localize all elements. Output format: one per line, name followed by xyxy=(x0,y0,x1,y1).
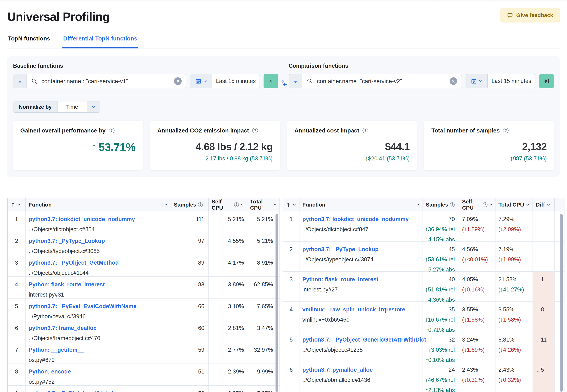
comparison-query-input[interactable]: container.name :"cart-service-v2" xyxy=(302,74,462,88)
chevron-down-icon[interactable] xyxy=(205,203,206,206)
function-link[interactable]: python3.7: frame_dealloc xyxy=(29,325,168,331)
self-cpu-value: 4.56% xyxy=(462,246,495,252)
baseline-apply-button[interactable] xyxy=(263,74,278,88)
chevron-down-icon[interactable] xyxy=(17,203,21,206)
tab-differential-topn-functions[interactable]: Differential TopN functions xyxy=(62,34,138,48)
table-row[interactable]: 5 python3.7: _PyObject_GenericGetAttrWit… xyxy=(283,332,564,362)
sort-column-header[interactable] xyxy=(8,198,26,211)
table-row[interactable]: 1 python3.7: lookdict_unicode_nodummy ..… xyxy=(283,211,564,241)
swap-queries-button[interactable] xyxy=(278,63,289,88)
self-cpu-value: 2.77% xyxy=(209,342,247,364)
table-row[interactable]: 2 python3.7: _PyType_Lookup ../Objects/t… xyxy=(283,241,564,272)
samples-rel-change: ↑16.67% rel xyxy=(423,317,455,323)
baseline-time-range[interactable]: Last 15 minutes xyxy=(212,74,260,88)
help-icon[interactable]: ? xyxy=(252,128,258,133)
chevron-down-icon[interactable] xyxy=(274,203,277,206)
column-header-function[interactable]: Function xyxy=(300,198,423,211)
function-link[interactable]: Python: flask_route_interest xyxy=(29,281,168,288)
table-row[interactable]: 6 python3.7: frame_dealloc ../Objects/fr… xyxy=(8,320,279,342)
column-header-self-cpu[interactable]: Self CPU ? xyxy=(209,198,247,211)
normalize-by-dropdown-button[interactable] xyxy=(87,101,100,112)
chevron-down-icon[interactable] xyxy=(416,203,420,206)
function-link[interactable]: python3.7: _PyObject_GetMethod xyxy=(29,260,168,266)
help-icon[interactable]: ? xyxy=(362,128,368,133)
function-link[interactable]: Python: flask_route_interest xyxy=(302,276,420,282)
function-link[interactable]: python3.7: lookdict_unicode_nodummy xyxy=(302,216,420,222)
baseline-query-input[interactable]: container.name : "cart-service-v1" xyxy=(27,74,186,88)
table-row[interactable]: 5 python3.7: _PyEval_EvalCodeWithName ..… xyxy=(8,298,279,320)
row-rank: 1 xyxy=(283,211,300,243)
column-header-total-cpu[interactable]: Total CPU xyxy=(247,198,279,211)
samples-cell: 32 ↑3.03% rel ↑0.10% abs xyxy=(423,332,459,363)
column-header-diff[interactable]: Diff xyxy=(533,198,555,211)
table-row[interactable]: 4 vmlinux: _raw_spin_unlock_irqrestore v… xyxy=(283,302,564,332)
table-row[interactable]: 3 python3.7: _PyObject_GetMethod ../Obje… xyxy=(8,255,279,277)
help-icon[interactable]: ? xyxy=(450,202,455,207)
column-header-samples[interactable]: Samples ? xyxy=(171,198,209,211)
function-link[interactable]: Python: encode xyxy=(29,369,168,375)
function-link[interactable]: python3.7: lookdict_unicode_nodummy xyxy=(29,216,168,222)
metric-value: ↑53.71% xyxy=(91,141,136,154)
comparison-clear-icon[interactable] xyxy=(450,77,457,85)
baseline-table-scrollbar[interactable] xyxy=(276,214,278,392)
comparison-table-scrollbar[interactable] xyxy=(560,214,563,392)
function-link[interactable]: python3.7: _PyType_Lookup xyxy=(302,246,420,252)
function-link[interactable]: Python: __getitem__ xyxy=(29,347,168,353)
table-row[interactable]: 4 Python: flask_route_interest interest.… xyxy=(8,277,279,298)
give-feedback-button[interactable]: Give feedback xyxy=(500,8,560,23)
column-header-function[interactable]: Function xyxy=(26,198,171,211)
column-header-total-cpu[interactable]: Total CPU xyxy=(496,198,533,211)
help-icon[interactable]: ? xyxy=(483,202,487,207)
function-link[interactable]: python3.7: _PyType_Lookup xyxy=(29,238,168,244)
scrollbar-spacer xyxy=(555,198,564,211)
table-row[interactable]: 9 python3.7: _PyDict_LoadGlobal 50 2.35%… xyxy=(8,386,279,392)
baseline-filter-button[interactable] xyxy=(14,74,27,88)
table-row[interactable]: 8 Python: encode os.py#752 51 2.39% 9.99… xyxy=(8,364,279,386)
self-cpu-value: 3.55% xyxy=(462,307,495,313)
row-rank: 2 xyxy=(8,233,26,255)
column-header-self-cpu[interactable]: Self CPU ? xyxy=(459,198,496,211)
comparison-filter-button[interactable] xyxy=(289,74,302,88)
give-feedback-label: Give feedback xyxy=(516,12,553,18)
table-row[interactable]: 6 python3.7: pymalloc_alloc ../Objects/o… xyxy=(283,362,564,392)
table-row[interactable]: 1 python3.7: lookdict_unicode_nodummy ..… xyxy=(8,211,279,233)
table-row[interactable]: 7 Python: __getitem__ os.py#679 59 2.77%… xyxy=(8,342,279,364)
table-row[interactable]: 2 python3.7: _PyType_Lookup ../Objects/t… xyxy=(8,233,279,255)
row-rank: 8 xyxy=(8,364,26,385)
help-icon[interactable]: ? xyxy=(503,128,509,133)
comparison-table-body: 1 python3.7: lookdict_unicode_nodummy ..… xyxy=(283,211,564,392)
help-icon[interactable]: ? xyxy=(234,202,239,207)
chevron-down-icon[interactable] xyxy=(526,203,529,206)
total-cpu-cell: 21.58% (↑41.27%) xyxy=(496,272,533,303)
function-link[interactable]: vmlinux: _raw_spin_unlock_irqrestore xyxy=(302,307,420,313)
total-cpu-value: 2.43% xyxy=(498,367,533,373)
self-cpu-value: 3.24% xyxy=(462,337,495,343)
baseline-clear-icon[interactable] xyxy=(174,77,182,85)
function-link[interactable]: python3.7: _PyDict_LoadGlobal xyxy=(29,390,168,392)
sort-column-header[interactable] xyxy=(283,198,300,211)
tab-topn-functions[interactable]: TopN functions xyxy=(7,34,51,48)
chevron-down-icon[interactable] xyxy=(489,203,492,206)
rank-diff-badge: ↓ 5 xyxy=(537,367,554,373)
row-function-cell: python3.7: _PyObject_GenericGetAttrWithD… xyxy=(300,332,423,363)
baseline-search-bar: container.name : "cart-service-v1" xyxy=(13,74,186,88)
help-icon[interactable]: ? xyxy=(109,128,114,133)
function-link[interactable]: python3.7: pymalloc_alloc xyxy=(302,367,420,373)
help-icon[interactable]: ? xyxy=(198,202,203,207)
chevron-down-icon[interactable] xyxy=(292,203,296,206)
comparison-date-menu-button[interactable] xyxy=(466,74,488,88)
column-header-samples[interactable]: Samples ? xyxy=(423,198,459,211)
function-link[interactable]: python3.7: _PyEval_EvalCodeWithName xyxy=(29,303,168,309)
chevron-down-icon[interactable] xyxy=(241,203,244,206)
chevron-down-icon[interactable] xyxy=(547,203,550,206)
comparison-time-range[interactable]: Last 15 minutes xyxy=(488,74,535,88)
table-row[interactable]: 3 Python: flask_route_interest interest.… xyxy=(283,272,564,302)
comparison-apply-button[interactable] xyxy=(539,74,554,88)
row-rank: 6 xyxy=(8,320,26,342)
normalize-by-value[interactable]: Time xyxy=(57,101,87,112)
baseline-date-menu-button[interactable] xyxy=(190,74,212,88)
chevron-down-icon[interactable] xyxy=(164,203,168,206)
function-link[interactable]: python3.7: _PyObject_GenericGetAttrWithD… xyxy=(302,337,420,343)
self-cpu-cell: 4.05% (↓0.16%) xyxy=(459,272,496,303)
row-function-cell: python3.7: pymalloc_alloc ../Objects/obm… xyxy=(300,362,423,392)
